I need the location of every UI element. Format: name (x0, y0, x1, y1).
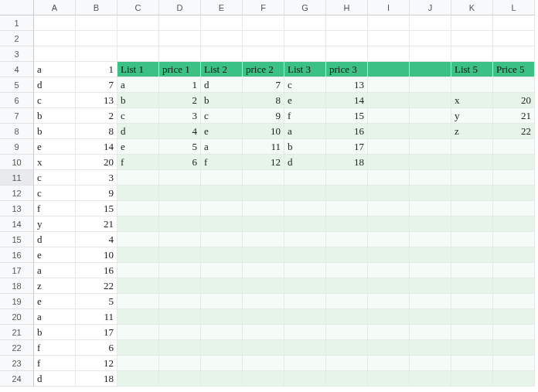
cell-B21[interactable]: 17 (76, 325, 117, 340)
cell-K19[interactable] (451, 294, 493, 309)
cell-B19[interactable]: 5 (76, 294, 117, 309)
cell-L5[interactable] (493, 77, 535, 93)
cell-G19[interactable] (284, 294, 326, 309)
cell-C15[interactable] (117, 232, 159, 247)
cell-D17[interactable] (159, 263, 201, 278)
cell-D13[interactable] (159, 201, 201, 216)
cell-B24[interactable]: 18 (76, 371, 117, 387)
cell-H20[interactable] (326, 309, 368, 325)
cell-C12[interactable] (117, 186, 159, 201)
cell-L24[interactable] (493, 371, 535, 387)
cell-C16[interactable] (117, 247, 159, 263)
cell-B20[interactable]: 11 (76, 309, 117, 325)
cell-I19[interactable] (368, 294, 410, 309)
cell-L17[interactable] (493, 263, 535, 278)
cell-F2[interactable] (243, 31, 284, 46)
cell-K11[interactable] (451, 170, 493, 186)
cell-C22[interactable] (117, 340, 159, 356)
cell-D9[interactable]: 5 (159, 139, 201, 155)
cell-B13[interactable]: 15 (76, 201, 117, 216)
cell-F3[interactable] (243, 46, 284, 62)
cell-L3[interactable] (493, 46, 535, 62)
column-header-F[interactable]: F (243, 0, 284, 15)
cell-F22[interactable] (243, 340, 284, 356)
cell-A8[interactable]: b (34, 124, 76, 139)
row-header-16[interactable]: 16 (0, 247, 34, 263)
cell-I11[interactable] (368, 170, 410, 186)
cell-L16[interactable] (493, 247, 535, 263)
cell-H19[interactable] (326, 294, 368, 309)
cell-J22[interactable] (410, 340, 451, 356)
cell-J9[interactable] (410, 139, 451, 155)
cell-G3[interactable] (284, 46, 326, 62)
cell-C21[interactable] (117, 325, 159, 340)
cell-I6[interactable] (368, 93, 410, 108)
cell-K20[interactable] (451, 309, 493, 325)
cell-I18[interactable] (368, 278, 410, 294)
cell-J2[interactable] (410, 31, 451, 46)
cell-J24[interactable] (410, 371, 451, 387)
cell-J23[interactable] (410, 356, 451, 371)
cell-D2[interactable] (159, 31, 201, 46)
cell-I5[interactable] (368, 77, 410, 93)
cell-D6[interactable]: 2 (159, 93, 201, 108)
cell-I9[interactable] (368, 139, 410, 155)
cell-A4[interactable]: a (34, 62, 76, 77)
cell-H2[interactable] (326, 31, 368, 46)
cell-H10[interactable]: 18 (326, 155, 368, 170)
cell-J20[interactable] (410, 309, 451, 325)
cell-B3[interactable] (76, 46, 117, 62)
cell-A19[interactable]: e (34, 294, 76, 309)
row-header-6[interactable]: 6 (0, 93, 34, 108)
cell-D3[interactable] (159, 46, 201, 62)
cell-A21[interactable]: b (34, 325, 76, 340)
cell-B4[interactable]: 1 (76, 62, 117, 77)
cell-E23[interactable] (201, 356, 243, 371)
row-header-9[interactable]: 9 (0, 139, 34, 155)
column-header-A[interactable]: A (34, 0, 76, 15)
cell-G20[interactable] (284, 309, 326, 325)
cell-C5[interactable]: a (117, 77, 159, 93)
cell-D24[interactable] (159, 371, 201, 387)
row-header-5[interactable]: 5 (0, 77, 34, 93)
cell-G16[interactable] (284, 247, 326, 263)
cell-G7[interactable]: f (284, 108, 326, 124)
cell-E11[interactable] (201, 170, 243, 186)
cell-K1[interactable] (451, 15, 493, 31)
column-header-H[interactable]: H (326, 0, 368, 15)
cell-H12[interactable] (326, 186, 368, 201)
cell-J7[interactable] (410, 108, 451, 124)
row-header-24[interactable]: 24 (0, 371, 34, 387)
cell-G11[interactable] (284, 170, 326, 186)
cell-I12[interactable] (368, 186, 410, 201)
cell-D15[interactable] (159, 232, 201, 247)
cell-H13[interactable] (326, 201, 368, 216)
cell-J21[interactable] (410, 325, 451, 340)
cell-I7[interactable] (368, 108, 410, 124)
cell-E1[interactable] (201, 15, 243, 31)
cell-E19[interactable] (201, 294, 243, 309)
cell-F12[interactable] (243, 186, 284, 201)
cell-G24[interactable] (284, 371, 326, 387)
corner-cell[interactable] (0, 0, 34, 15)
cell-B6[interactable]: 13 (76, 93, 117, 108)
cell-D23[interactable] (159, 356, 201, 371)
cell-E18[interactable] (201, 278, 243, 294)
cell-J14[interactable] (410, 216, 451, 232)
cell-I23[interactable] (368, 356, 410, 371)
cell-G9[interactable]: b (284, 139, 326, 155)
cell-A13[interactable]: f (34, 201, 76, 216)
cell-I15[interactable] (368, 232, 410, 247)
row-header-19[interactable]: 19 (0, 294, 34, 309)
cell-C1[interactable] (117, 15, 159, 31)
cell-F6[interactable]: 8 (243, 93, 284, 108)
cell-I10[interactable] (368, 155, 410, 170)
cell-D12[interactable] (159, 186, 201, 201)
cell-B9[interactable]: 14 (76, 139, 117, 155)
cell-H24[interactable] (326, 371, 368, 387)
cell-H6[interactable]: 14 (326, 93, 368, 108)
row-header-21[interactable]: 21 (0, 325, 34, 340)
row-header-17[interactable]: 17 (0, 263, 34, 278)
cell-H16[interactable] (326, 247, 368, 263)
cell-H8[interactable]: 16 (326, 124, 368, 139)
